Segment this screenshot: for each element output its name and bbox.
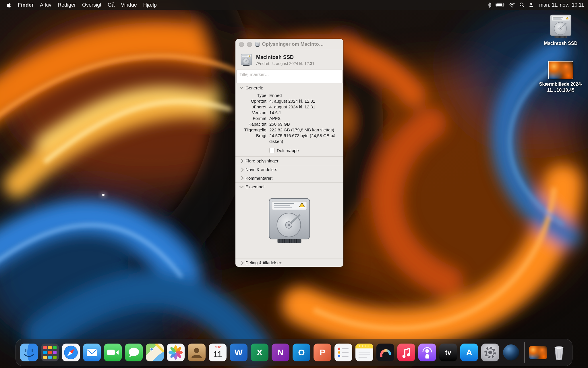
dock-onenote[interactable]: N xyxy=(272,344,289,361)
dock-minimized-window[interactable] xyxy=(529,344,547,361)
bluetooth-icon[interactable] xyxy=(488,2,492,8)
minimized-window-thumbnail xyxy=(529,346,547,359)
section-label: Kommentarer: xyxy=(245,176,273,181)
user-menu-icon[interactable] xyxy=(529,2,534,7)
dock-powerpoint[interactable]: P xyxy=(314,344,331,361)
menu-gaa[interactable]: Gå xyxy=(105,0,118,10)
window-title: Oplysninger om Macinto… xyxy=(262,41,324,47)
color-wave-icon xyxy=(376,344,394,361)
dock-mail[interactable] xyxy=(83,344,101,361)
desktop-icon-label: Macintosh SSD xyxy=(544,41,577,47)
dock-contacts[interactable] xyxy=(188,344,206,361)
get-info-window: Oplysninger om Macinto… Macintosh SSD Æn… xyxy=(235,39,343,267)
photos-pinwheel-icon xyxy=(167,344,185,361)
dock-globe-browser[interactable] xyxy=(502,344,520,361)
tags-input[interactable] xyxy=(236,70,343,83)
dock-divider xyxy=(524,342,525,363)
dock-notes[interactable] xyxy=(355,344,373,361)
info-row-value: 250,69 GB xyxy=(269,121,343,127)
dock-calendar[interactable]: NOV 11 xyxy=(209,344,227,361)
reminders-list-icon xyxy=(334,344,352,361)
zoom-button[interactable] xyxy=(255,42,260,47)
desktop-icon-screenshot[interactable]: Skærmbillede 2024-11…10.10.45 xyxy=(536,61,585,93)
menu-rediger[interactable]: Rediger xyxy=(55,0,79,10)
dock-podcasts[interactable] xyxy=(418,344,436,361)
menu-arkiv[interactable]: Arkiv xyxy=(37,0,55,10)
volume-name: Macintosh SSD xyxy=(256,54,314,60)
dock-safari[interactable] xyxy=(62,344,80,361)
window-titlebar[interactable]: Oplysninger om Macinto… xyxy=(235,39,343,50)
battery-icon[interactable] xyxy=(496,3,505,7)
info-header: Macintosh SSD Ændret: 4. august 2024 kl.… xyxy=(235,50,343,70)
finder-icon xyxy=(20,344,38,361)
dock-facetime[interactable] xyxy=(104,344,122,361)
dock-music[interactable] xyxy=(397,344,415,361)
menubar-time: 10.11 xyxy=(572,2,584,8)
desktop-icon-macintosh-ssd[interactable]: Macintosh SSD xyxy=(536,14,585,47)
dock-reminders[interactable] xyxy=(334,344,352,361)
info-row: Oprettet:4. august 2024 kl. 12.31 xyxy=(235,98,343,104)
chevron-right-icon xyxy=(239,159,243,163)
dock-apple-tv[interactable]: tv xyxy=(439,344,457,361)
dock-launchpad[interactable] xyxy=(41,344,59,361)
info-row-value: 24.575.516.672 byte (24,58 GB på disken) xyxy=(269,133,343,144)
minimize-button[interactable] xyxy=(247,42,252,47)
trash-icon xyxy=(550,344,568,361)
wifi-icon[interactable] xyxy=(509,3,515,7)
apple-menu[interactable] xyxy=(4,2,15,8)
info-row: Kapacitet:250,69 GB xyxy=(235,121,343,127)
facetime-camera-icon xyxy=(104,344,122,361)
menu-hjaelp[interactable]: Hjælp xyxy=(140,0,160,10)
apple-logo-icon xyxy=(7,2,12,8)
info-row-label: Type: xyxy=(235,93,268,98)
dock-excel[interactable]: X xyxy=(251,344,268,361)
info-row: Ændret:4. august 2024 kl. 12.31 xyxy=(235,104,343,110)
section-preview[interactable]: Eksempel: xyxy=(235,183,343,191)
menubar-date: man. 11. nov. xyxy=(539,2,569,8)
section-more-info[interactable]: Flere oplysninger: xyxy=(235,157,343,165)
shared-folder-checkbox[interactable] xyxy=(269,148,274,153)
menu-oversigt[interactable]: Oversigt xyxy=(79,0,105,10)
dock-outlook[interactable]: O xyxy=(293,344,310,361)
spotlight-search-icon[interactable] xyxy=(519,2,525,7)
safari-compass-icon xyxy=(62,344,80,361)
info-row-value: Enhed xyxy=(269,93,343,98)
tv-logo: tv xyxy=(445,348,451,356)
info-row-label: Oprettet: xyxy=(235,98,268,104)
info-row: Tilgængelig:222,82 GB (179,8 MB kan slet… xyxy=(235,127,343,133)
contacts-silhouette-icon xyxy=(188,344,206,361)
shared-folder-label: Delt mappe xyxy=(277,148,299,153)
chevron-down-icon xyxy=(239,184,243,188)
info-row: Type:Enhed xyxy=(235,93,343,98)
menu-vindue[interactable]: Vindue xyxy=(118,0,140,10)
section-name-extension[interactable]: Navn & endelse: xyxy=(235,165,343,174)
info-row: Brugt:24.575.516.672 byte (24,58 GB på d… xyxy=(235,133,343,144)
dock-maps[interactable] xyxy=(146,344,164,361)
dock-app-store[interactable]: A xyxy=(460,344,478,361)
mail-envelope-icon xyxy=(83,344,101,361)
menu-finder[interactable]: Finder xyxy=(15,0,37,10)
chevron-right-icon xyxy=(239,176,243,180)
dock-finder[interactable] xyxy=(20,344,38,361)
info-row: Format:APFS xyxy=(235,116,343,121)
section-sharing-permissions[interactable]: Deling & tilladelser: xyxy=(235,258,343,267)
dock-system-settings[interactable] xyxy=(481,344,499,361)
menubar-clock[interactable]: man. 11. nov. 10.11 xyxy=(538,2,584,8)
maps-icon xyxy=(146,344,164,361)
dock-photos[interactable] xyxy=(167,344,185,361)
dock-word[interactable]: W xyxy=(230,344,247,361)
menu-bar: Finder Arkiv Rediger Oversigt Gå Vindue … xyxy=(0,0,588,10)
dock-messages[interactable] xyxy=(125,344,143,361)
gear-icon xyxy=(481,344,499,361)
info-row-label: Ændret: xyxy=(235,104,268,110)
section-comments[interactable]: Kommentarer: xyxy=(235,174,343,182)
desktop-icon-label: Skærmbillede 2024-11…10.10.45 xyxy=(537,81,584,93)
section-label: Eksempel: xyxy=(245,184,266,189)
section-general[interactable]: Generelt: xyxy=(235,83,343,92)
info-row-value: APFS xyxy=(269,116,343,121)
hard-drive-icon xyxy=(240,54,253,66)
svg-text:NOV: NOV xyxy=(214,346,221,349)
close-button[interactable] xyxy=(239,42,244,47)
dock-graphics-app[interactable] xyxy=(376,344,394,361)
dock-trash[interactable] xyxy=(550,344,568,361)
